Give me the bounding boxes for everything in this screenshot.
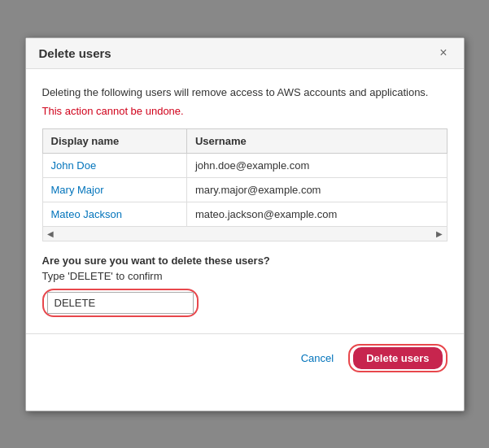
warning-text: This action cannot be undone. [42,105,448,117]
scroll-left-arrow[interactable]: ◀ [45,229,56,238]
user-display-name-link[interactable]: John Doe [51,159,97,172]
user-username: mary.major@example.com [186,177,447,202]
table-row: Mary Majormary.major@example.com [42,177,447,202]
cancel-button[interactable]: Cancel [295,349,340,368]
table-row: Mateo Jacksonmateo.jackson@example.com [42,202,447,226]
users-table-wrapper: Display name Username John Doejohn.doe@e… [42,128,448,227]
user-username: john.doe@example.com [186,153,447,177]
delete-input-wrapper [42,289,199,317]
users-table: Display name Username John Doejohn.doe@e… [42,128,448,227]
col-display-name-header: Display name [42,128,186,153]
dialog-header: Delete users × [26,38,464,69]
delete-users-dialog: Delete users × Deleting the following us… [25,37,465,411]
confirm-instruction: Type 'DELETE' to confirm [42,270,448,282]
user-display-name: Mary Major [42,177,186,202]
table-row: John Doejohn.doe@example.com [42,153,447,177]
horizontal-scrollbar: ◀ ▶ [42,227,448,241]
confirm-question: Are you sure you want to delete these us… [42,254,448,267]
dialog-title: Delete users [39,46,111,60]
col-username-header: Username [186,128,447,153]
user-display-name-link[interactable]: Mary Major [51,184,104,196]
delete-users-button-wrapper: Delete users [348,344,447,372]
delete-confirm-input[interactable] [47,292,194,314]
user-display-name-link[interactable]: Mateo Jackson [51,208,122,220]
dialog-footer: Cancel Delete users [26,333,464,382]
user-username: mateo.jackson@example.com [186,202,447,226]
scroll-right-arrow[interactable]: ▶ [434,229,445,238]
delete-users-button[interactable]: Delete users [353,347,442,369]
info-text: Deleting the following users will remove… [42,85,448,100]
confirm-section: Are you sure you want to delete these us… [26,254,464,333]
user-display-name: John Doe [42,153,186,177]
close-button[interactable]: × [436,46,450,59]
dialog-body: Deleting the following users will remove… [26,69,464,241]
user-display-name: Mateo Jackson [42,202,186,226]
